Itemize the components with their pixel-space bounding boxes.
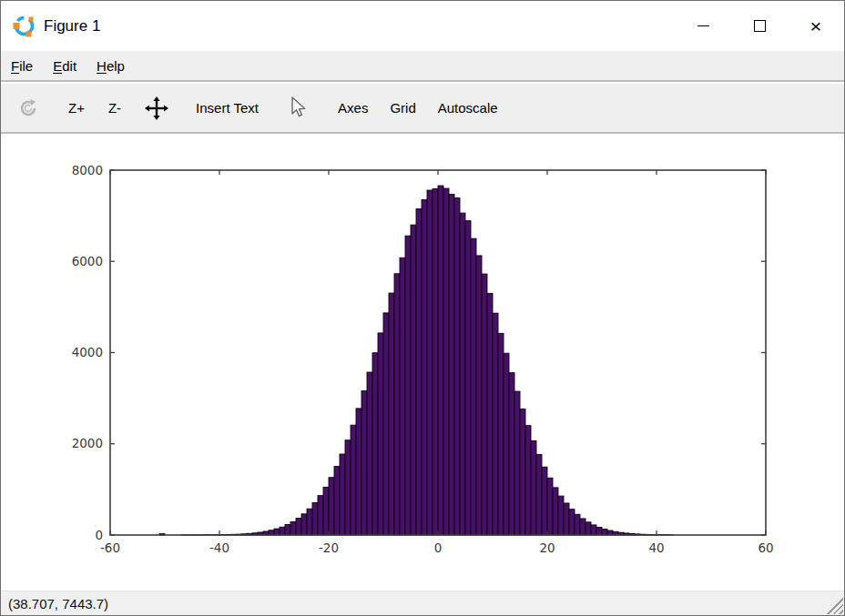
histogram-bar [280,527,285,535]
title-bar: Figure 1 × [1,1,844,51]
scilab-logo-icon [12,14,36,38]
maximize-button[interactable] [731,1,788,51]
window-controls: × [675,1,844,51]
histogram-bar [351,425,356,535]
cursor-coordinates: (38.707, 7443.7) [8,596,108,611]
histogram-bar [422,200,427,535]
histogram-bar [498,333,504,535]
close-icon: × [810,16,822,35]
histogram-bar [591,525,596,535]
histogram-bar [307,509,312,535]
move-pan-icon [145,96,168,120]
histogram-bar [575,514,580,535]
status-bar: (38.707, 7443.7) [1,591,844,616]
x-tick-label: 40 [648,540,664,555]
histogram-bar [547,478,553,535]
histogram-bar [411,225,416,535]
histogram-bar [361,391,367,535]
toolbar: Z+ Z- Insert Text [1,84,844,134]
y-tick-label: 4000 [72,345,103,359]
maximize-icon [754,20,766,32]
histogram-bars [159,186,673,535]
histogram-bar [372,353,378,535]
histogram-bar [580,519,585,535]
rotate-2d-button[interactable] [10,90,46,126]
histogram-bar [542,467,547,535]
histogram-bar [514,391,520,535]
histogram-bar [493,313,498,535]
histogram-bar [290,521,296,535]
histogram-bar [383,313,389,535]
select-pointer-button[interactable] [282,90,314,126]
zoom-in-label: Z+ [68,100,85,116]
histogram-bar [553,488,558,535]
histogram-bar [312,502,318,535]
x-tick-label: -60 [100,540,120,555]
axes-label: Axes [338,100,368,116]
grid-label: Grid [390,100,415,116]
plot-canvas[interactable]: -60-40-20020406002000400060008000 [1,136,845,591]
histogram-bar [400,258,405,535]
x-tick-label: 60 [758,540,773,555]
histogram-bar [531,440,536,535]
y-tick-label: 8000 [72,163,103,177]
histogram-bar [460,213,465,535]
menu-file[interactable]: File [1,51,43,80]
histogram-bar [476,256,482,535]
histogram-bar [602,529,607,535]
x-tick-label: 20 [539,540,555,555]
figure-window: Figure 1 × File Edit Help Z+ [0,0,845,616]
histogram-bar [536,455,542,535]
histogram-bar [301,514,307,535]
close-button[interactable]: × [788,1,844,51]
histogram-bar [323,487,329,535]
histogram-bar [482,274,487,535]
histogram-bar [443,188,449,535]
menu-bar: File Edit Help [1,51,844,82]
insert-text-button[interactable]: Insert Text [187,90,268,126]
histogram-bar [356,409,361,535]
autoscale-button[interactable]: Autoscale [429,90,507,126]
histogram-bar [367,372,372,535]
histogram-bar [525,426,531,535]
histogram-bar [318,496,323,535]
menu-edit[interactable]: Edit [43,51,87,80]
histogram-bar [389,293,394,535]
histogram-bar [564,503,569,535]
histogram-bar [345,440,351,535]
x-tick-label: -20 [319,540,339,555]
insert-text-label: Insert Text [196,100,259,116]
plot-svg[interactable]: -60-40-20020406002000400060008000 [1,136,845,591]
histogram-bar [487,293,493,535]
autoscale-label: Autoscale [438,100,498,116]
menu-help[interactable]: Help [87,51,135,80]
zoom-in-button[interactable]: Z+ [59,90,94,126]
histogram-bar [334,467,340,535]
grid-button[interactable]: Grid [381,90,424,126]
histogram-bar [433,189,438,535]
zoom-out-button[interactable]: Z- [99,90,130,126]
histogram-bar [274,529,280,535]
pointer-cursor-icon [290,96,307,119]
histogram-bar [585,522,591,535]
histogram-bar [378,333,383,535]
histogram-bar [285,524,290,535]
histogram-bar [329,478,334,535]
histogram-bar [427,190,433,535]
minimize-button[interactable] [675,1,731,51]
window-title: Figure 1 [44,17,100,35]
y-tick-label: 6000 [72,254,103,268]
pan-button[interactable] [137,90,176,126]
zoom-out-label: Z- [108,100,121,116]
x-tick-label: 0 [434,540,443,555]
histogram-bar [449,195,454,535]
histogram-bar [340,454,345,535]
axes-button[interactable]: Axes [329,90,377,126]
histogram-bar [509,373,514,535]
rotate-2d-icon [17,97,39,119]
histogram-bar [438,186,443,535]
histogram-bar [465,221,471,535]
histogram-bar [454,198,460,535]
x-tick-label: -40 [209,540,229,555]
histogram-bar [520,409,525,535]
